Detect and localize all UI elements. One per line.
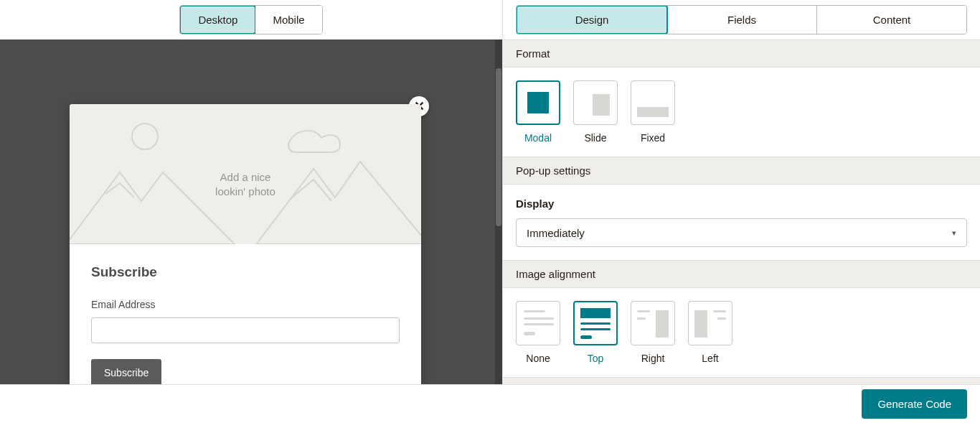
footer-bar: Generate Code	[0, 384, 980, 423]
preview-scrollbar[interactable]	[495, 39, 502, 384]
modal-thumb-icon	[527, 92, 549, 113]
format-option-slide-label: Slide	[584, 132, 606, 144]
panel-tabs: Design Fields Content	[516, 5, 967, 34]
chevron-down-icon: ▾	[952, 228, 956, 238]
section-header-popup-settings: Pop-up settings	[503, 157, 980, 185]
format-option-modal-label: Modal	[524, 132, 552, 144]
panel-tabs-bar: Design Fields Content	[503, 0, 980, 39]
popup-email-input[interactable]	[91, 317, 400, 343]
format-option-modal[interactable]: Modal	[516, 80, 560, 144]
format-option-slide[interactable]: Slide	[573, 80, 618, 144]
section-header-field-labels: Field labels	[503, 377, 980, 384]
popup-subscribe-button[interactable]: Subscribe	[91, 359, 161, 384]
section-header-format: Format	[503, 39, 980, 68]
panel-tab-fields[interactable]: Fields	[667, 6, 816, 34]
display-select-value: Immediately	[527, 227, 585, 239]
popup-image-placeholder[interactable]: Add a nice lookin' photo	[70, 104, 421, 244]
settings-panel[interactable]: Format Modal Slide Fixed	[503, 39, 980, 384]
alignment-option-left[interactable]: Left	[688, 301, 732, 364]
alignment-option-none-label: None	[526, 353, 550, 364]
format-option-fixed[interactable]: Fixed	[631, 80, 675, 144]
popup-email-label: Email Address	[91, 299, 400, 310]
generate-code-button[interactable]: Generate Code	[862, 389, 967, 419]
preview-area: ✕ Add a nice lookin' photo Subscribe	[0, 39, 502, 384]
display-select[interactable]: Immediately ▾	[516, 218, 967, 247]
device-tab-desktop[interactable]: Desktop	[179, 5, 256, 34]
alignment-right-icon	[631, 301, 675, 345]
alignment-left-icon	[688, 301, 732, 345]
display-label: Display	[516, 197, 967, 210]
alignment-none-icon	[516, 301, 560, 345]
device-segmented-control: Desktop Mobile	[179, 5, 322, 34]
section-header-image-alignment: Image alignment	[503, 260, 980, 288]
alignment-option-top-label: Top	[588, 353, 604, 364]
device-tab-mobile[interactable]: Mobile	[255, 6, 321, 34]
alignment-top-icon	[573, 301, 618, 345]
svg-point-0	[132, 124, 158, 149]
alignment-option-top[interactable]: Top	[573, 301, 618, 364]
alignment-option-right-label: Right	[641, 353, 665, 364]
slide-thumb-icon	[593, 94, 610, 116]
alignment-option-right[interactable]: Right	[631, 301, 675, 364]
alignment-option-none[interactable]: None	[516, 301, 560, 364]
fixed-thumb-icon	[637, 107, 669, 117]
alignment-option-left-label: Left	[702, 353, 718, 364]
panel-tab-design[interactable]: Design	[516, 5, 668, 34]
popup-image-caption: Add a nice lookin' photo	[70, 170, 421, 200]
format-option-fixed-label: Fixed	[641, 132, 665, 144]
device-toggle-bar: Desktop Mobile	[0, 0, 502, 39]
popup-preview: ✕ Add a nice lookin' photo Subscribe	[70, 104, 421, 384]
panel-tab-content[interactable]: Content	[816, 6, 966, 34]
popup-title: Subscribe	[91, 264, 400, 280]
